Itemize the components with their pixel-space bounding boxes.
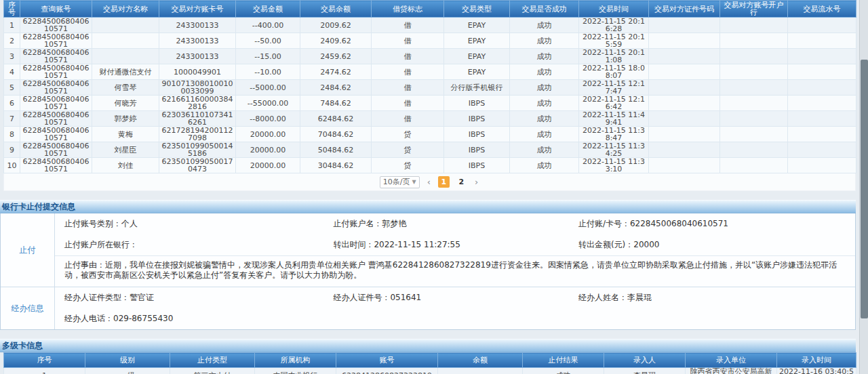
table-cell: 2022-11-15 12:17:47 [579, 80, 649, 96]
stop-payment-reason: 止付事由：近期，我单位在接报刘妮被骗警情中，发现涉案人员利用贵单位相关账户 曹鸿… [55, 255, 855, 287]
table-cell: 243300133 [159, 49, 236, 64]
table-row: 26228450068040610571243300133--50.002409… [4, 33, 856, 49]
table-cell: 2022-11-15 11:33:10 [579, 158, 649, 173]
table-cell: 中国农业银行 [255, 368, 336, 374]
chevron-down-icon: ▼ [412, 179, 416, 185]
table-cell: 6 [4, 96, 20, 111]
multilevel-card-table: 序号级别止付类型所属机构账号余额止付结果录入人录入单位录入时间 1一级第三方止付… [3, 352, 856, 374]
table-cell [788, 80, 856, 96]
table-row: 36228450068040610571243300133--15.002459… [4, 49, 856, 64]
column-header: 录入单位 [686, 353, 777, 368]
table-cell: 6228412860827322819 [336, 368, 438, 374]
table-cell: 借 [372, 64, 444, 80]
column-header: 止付类型 [170, 353, 255, 368]
table-cell: 6228450068040610571 [20, 80, 92, 96]
table-cell: 4 [4, 64, 20, 80]
table-cell: 6228450068040610571 [20, 96, 92, 111]
field-row: 经办人证件类型：警官证 经办人证件号：051641 经办人姓名：李晨琨 [55, 287, 855, 308]
column-header: 查询账号 [20, 1, 92, 18]
table-cell: 黄梅 [92, 127, 159, 142]
table-cell: 2022-11-15 11:38:47 [579, 127, 649, 142]
table-cell: 2 [4, 33, 20, 49]
transaction-table-body: 16228450068040610571243300133--400.00200… [4, 18, 856, 173]
table-cell: EPAY [444, 33, 510, 49]
handler-info-group: 经办信息 经办人证件类型：警官证 经办人证件号：051641 经办人姓名：李晨琨… [1, 287, 855, 329]
page-button-2[interactable]: 2 [456, 176, 467, 188]
table-cell: 5 [4, 80, 20, 96]
table-cell: 成功 [510, 142, 579, 158]
table-cell: 贷 [372, 142, 444, 158]
table-cell [649, 49, 720, 64]
table-cell: 2409.62 [300, 33, 372, 49]
table-cell: --50.00 [236, 33, 300, 49]
table-cell: EPAY [444, 49, 510, 64]
table-cell: IBPS [444, 158, 510, 173]
table-cell: 何晓芳 [92, 96, 159, 111]
table-cell: IBPS [444, 127, 510, 142]
table-cell [788, 127, 856, 142]
prev-page-button[interactable]: ‹ [426, 177, 432, 187]
table-cell: 陕西省西安市公安局高新分局刑警大队 [686, 368, 777, 374]
column-header: 交易对方账号开户行 [720, 1, 788, 18]
handler-fields: 经办人证件类型：警官证 经办人证件号：051641 经办人姓名：李晨琨 经办人电… [55, 287, 855, 329]
table-cell: 2022-11-15 20:15:59 [579, 33, 649, 49]
table-cell: 6228450068040610571 [20, 127, 92, 142]
table-cell: 243300133 [159, 18, 236, 33]
table-cell: 借 [372, 111, 444, 127]
table-cell: 20000.00 [236, 158, 300, 173]
table-cell: 2022-11-15 20:11:08 [579, 49, 649, 64]
next-page-button[interactable]: › [473, 177, 479, 187]
table-cell: --5000.00 [236, 80, 300, 96]
table-cell [649, 127, 720, 142]
table-header-row: 序号级别止付类型所属机构账号余额止付结果录入人录入单位录入时间 [4, 353, 856, 368]
table-cell: 借 [372, 33, 444, 49]
page-button-1[interactable]: 1 [438, 176, 450, 188]
table-cell: 1 [4, 18, 20, 33]
stop-payment-panel: 止付 止付账号类别：个人 止付账户名：郭梦艳 止付账/卡号：6228450068… [0, 213, 856, 330]
table-cell: 分行版手机银行 [444, 80, 510, 96]
table-cell: 6217281942001127098 [159, 127, 236, 142]
table-cell [788, 64, 856, 80]
table-cell [649, 80, 720, 96]
table-cell [438, 368, 523, 374]
table-cell: 50484.62 [300, 142, 372, 158]
table-cell [720, 18, 788, 33]
table-cell: --15.00 [236, 49, 300, 64]
scrollbar-track[interactable] [859, 0, 868, 374]
table-cell: 6216611600003842816 [159, 96, 236, 111]
table-cell [720, 96, 788, 111]
section-title-stop-payment: 银行卡止付提交信息 [0, 200, 856, 213]
table-cell: 2484.62 [300, 80, 372, 96]
table-cell [788, 111, 856, 127]
table-cell [92, 18, 159, 33]
table-cell: 70484.62 [300, 127, 372, 142]
scrollbar-thumb[interactable] [861, 60, 868, 318]
table-cell [92, 33, 159, 49]
field-account-name: 止付账户名：郭梦艳 [333, 218, 578, 230]
section-title-text: 多级卡信息 [2, 341, 43, 350]
table-cell: 成功 [510, 18, 579, 33]
section-title-text: 银行卡止付提交信息 [2, 202, 75, 211]
table-cell: 9010713080100100033099 [159, 80, 236, 96]
table-cell: 贷 [372, 158, 444, 173]
table-cell: IBPS [444, 111, 510, 127]
column-header: 交易余额 [300, 1, 372, 18]
page-size-select[interactable]: 10条/页 ▼ [380, 176, 420, 188]
column-header: 序号 [4, 1, 20, 18]
pagination: 10条/页 ▼ ‹ 1 2 › [3, 173, 856, 191]
table-cell: 1000049901 [159, 64, 236, 80]
table-cell [649, 111, 720, 127]
column-header: 交易对方账卡号 [159, 1, 236, 18]
column-header: 交易对方证件号码 [649, 1, 720, 18]
table-cell: 何雪琴 [92, 80, 159, 96]
column-header: 账号 [336, 353, 438, 368]
table-cell [92, 49, 159, 64]
table-cell: 6228450068040610571 [20, 49, 92, 64]
table-cell: 成功 [510, 64, 579, 80]
table-cell: 2022-11-15 11:49:41 [579, 111, 649, 127]
table-cell: --55000.00 [236, 96, 300, 111]
field-transfer-amount: 转出金额(元)：20000 [578, 239, 855, 251]
table-cell [649, 96, 720, 111]
page-size-label: 10条/页 [383, 177, 410, 187]
table-cell [649, 142, 720, 158]
